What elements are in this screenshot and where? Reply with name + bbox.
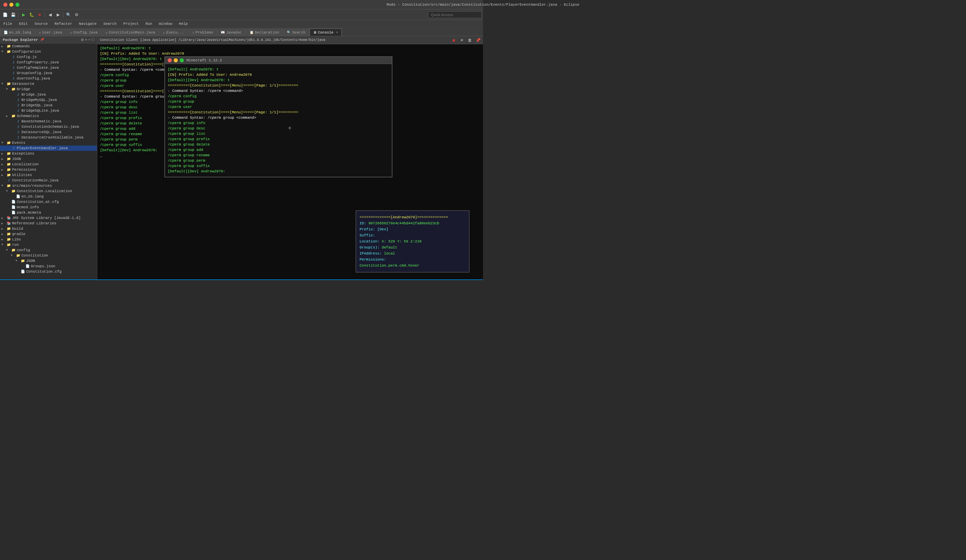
sidebar-item-gradle[interactable]: ▶ 📁 gradle <box>0 232 97 237</box>
search-button[interactable]: 🔍 <box>65 11 72 18</box>
sidebar-item-baseschematic-java[interactable]: J BaseSchematic.java <box>0 119 97 124</box>
tab-close-console[interactable]: ✕ <box>336 31 338 34</box>
sidebar-item-utilities[interactable]: ▶ 📁 Utilities <box>0 172 97 178</box>
console-clear-btn[interactable]: 🗑 <box>466 36 474 44</box>
sidebar-item-referenced-libraries[interactable]: ▶ 📚 Referenced Libraries <box>0 221 97 226</box>
tab-search[interactable]: 🔍 Search <box>283 28 309 36</box>
sidebar-collapse-icon[interactable]: ⊟ <box>82 38 84 42</box>
new-button[interactable]: 📄 <box>2 11 9 18</box>
console-close-btn[interactable]: ✕ <box>458 36 465 44</box>
window-controls[interactable] <box>3 3 20 7</box>
sidebar-item-playereventhandler-java[interactable]: J PlayerEventHandler.java <box>0 146 97 151</box>
settings-button[interactable]: ⚙ <box>73 11 80 18</box>
sidebar-item-constitution-cfg[interactable]: 📄 Constitution.cfg <box>0 269 97 274</box>
sidebar-item-datasource[interactable]: ▼ 📁 Datasource <box>0 81 97 87</box>
tab-declaration[interactable]: 📋 Declaration <box>246 28 283 36</box>
sidebar-item-events[interactable]: ▼ 📁 Events <box>0 140 97 146</box>
tab-constitution-main[interactable]: ☕ ConstitutionMain.java <box>102 28 159 36</box>
tree-label: ConfigProperty.java <box>17 60 59 64</box>
tree-icon: 📁 <box>11 114 16 118</box>
menu-navigate[interactable]: Navigate <box>76 20 100 27</box>
sidebar-item-commands[interactable]: ▶ 📁 Commands <box>0 44 97 49</box>
sidebar-item-permissions[interactable]: ▶ 📁 Permissions <box>0 167 97 172</box>
sidebar-item-configtemplate-java[interactable]: J ConfigTemplate.java <box>0 65 97 71</box>
menu-run[interactable]: Run <box>142 20 156 27</box>
tree-icon: 📁 <box>11 189 16 194</box>
menu-edit[interactable]: Edit <box>15 20 31 27</box>
menu-file[interactable]: File <box>0 20 15 27</box>
sidebar-item-datasourcecrashcallable-java[interactable]: J DatasourceCrashCallable.java <box>0 135 97 140</box>
sidebar-item-json[interactable]: ▶ 📁 JSON <box>0 156 97 162</box>
tab-console[interactable]: 🖥 Console ✕ <box>310 28 342 36</box>
tab-en-us-lang[interactable]: 📄 en_US.lang <box>0 28 35 36</box>
sidebar-item-bridge[interactable]: ▼ 📁 Bridge <box>0 87 97 92</box>
sidebar-header-actions: ⊟ ▾ — □ <box>82 38 94 42</box>
sidebar-item-run[interactable]: ▼ 📁 run <box>0 242 97 248</box>
sidebar-min-icon[interactable]: — <box>89 38 91 42</box>
maximize-button[interactable] <box>15 3 20 7</box>
tab-javadoc[interactable]: 📖 Javadoc <box>217 28 245 36</box>
sidebar-item-mcmod-info[interactable]: 📄 mcmod.info <box>0 205 97 210</box>
sidebar-item-constitution-at-cfg[interactable]: 📄 Constitution_at.cfg <box>0 199 97 205</box>
sidebar-item-exceptions[interactable]: ▶ 📁 Exceptions <box>0 151 97 156</box>
sidebar-item-schematics[interactable]: ▶ 📁 Schematics <box>0 113 97 119</box>
sidebar-item-configuration[interactable]: ▼ 📁 Configuration <box>0 49 97 54</box>
tab-execu[interactable]: ☕ Execu... <box>159 28 188 36</box>
sidebar-item-json[interactable]: ▼ 📁 JSON <box>0 258 97 264</box>
sidebar-max-icon[interactable]: □ <box>92 38 94 42</box>
tree-icon: 📄 <box>11 205 16 210</box>
sidebar-item-groups-json[interactable]: 📄 Groups.json <box>0 264 97 269</box>
menu-window[interactable]: Window <box>156 20 176 27</box>
sidebar-item-bridgesql-java[interactable]: J BridgeSQL.java <box>0 103 97 108</box>
save-button[interactable]: 💾 <box>9 11 17 18</box>
sidebar-item-bridge-java[interactable]: J Bridge.java <box>0 92 97 97</box>
minimize-button[interactable] <box>9 3 13 7</box>
menu-source[interactable]: Source <box>31 20 51 27</box>
sidebar-item-configproperty-java[interactable]: J ConfigProperty.java <box>0 60 97 65</box>
sidebar-item-datasourcesql-java[interactable]: J DatasourceSQL.java <box>0 130 97 135</box>
tab-user-java[interactable]: ☕ User.java <box>35 28 66 36</box>
tree-label: Events <box>12 141 25 145</box>
sidebar-item-src-main-resources[interactable]: ▼ 📁 src/main/resources <box>0 183 97 189</box>
sidebar-item-config-js[interactable]: J Config.js <box>0 54 97 60</box>
sidebar-item-bridgesqlite-java[interactable]: J BridgeSQLite.java <box>0 108 97 113</box>
tab-config-java[interactable]: ☕ Config.java <box>66 28 101 36</box>
back-button[interactable]: ◀ <box>46 11 54 18</box>
sidebar-item-constitution-localization[interactable]: ▼ 📁 Constitution.Localization <box>0 189 97 194</box>
sidebar-menu-icon[interactable]: ▾ <box>85 38 87 42</box>
stop-button[interactable]: ■ <box>36 11 43 18</box>
sidebar-item-constitutionschematic-java[interactable]: J ConstitutionSchematic.java <box>0 124 97 130</box>
sidebar-item-groupconfig-java[interactable]: J GroupConfig.java <box>0 71 97 76</box>
tree-arrow: ▼ <box>2 82 6 85</box>
console-stop-btn[interactable]: ■ <box>450 36 458 44</box>
run-button[interactable]: ▶ <box>20 11 27 18</box>
console-pin-btn[interactable]: 📌 <box>474 36 481 44</box>
menu-project[interactable]: Project <box>120 20 142 27</box>
tab-icon-main: ☕ <box>105 31 107 34</box>
console-line: [Default] Andrew2070: t <box>100 46 480 51</box>
sidebar-item-bridgemysql-java[interactable]: J BridgeMySQL.java <box>0 97 97 103</box>
sidebar-item-localization[interactable]: ▶ 📁 Localization <box>0 162 97 167</box>
sidebar-item-config[interactable]: ▼ 📁 config <box>0 248 97 253</box>
sidebar-item-constitution[interactable]: ▼ 📁 Constitution <box>0 253 97 258</box>
forward-button[interactable]: ▶ <box>54 11 62 18</box>
menu-help[interactable]: Help <box>176 20 191 27</box>
close-button[interactable] <box>3 3 7 7</box>
sidebar-item-constitutionmain-java[interactable]: J ConstitutionMain.java <box>0 178 97 183</box>
tab-label-en-us: en_US.lang <box>9 31 31 34</box>
tab-problems[interactable]: ⚠ Problems <box>189 28 217 36</box>
sidebar-item-userconfig-java[interactable]: J UserConfig.java <box>0 76 97 81</box>
sidebar-item-libs[interactable]: ▶ 📁 Libs <box>0 237 97 242</box>
menu-refactor[interactable]: Refactor <box>51 20 76 27</box>
sidebar-item-en-us-lang[interactable]: 📄 en_US.lang <box>0 194 97 199</box>
sidebar-item-jre-system-library--javase-1-8-[interactable]: ▶ 📚 JRE System Library [JavaSE-1.8] <box>0 215 97 221</box>
tree-icon: J <box>15 125 21 129</box>
tree-icon: J <box>15 103 21 108</box>
tree-icon: J <box>11 76 16 81</box>
debug-button[interactable]: 🐛 <box>28 11 35 18</box>
sidebar-item-build[interactable]: ▶ 📁 build <box>0 226 97 232</box>
tree-label: GroupConfig.java <box>17 71 52 75</box>
quick-access-input[interactable] <box>428 11 481 18</box>
sidebar-item-pack-mcmeta[interactable]: 📄 pack.mcmeta <box>0 210 97 215</box>
menu-search[interactable]: Search <box>100 20 120 27</box>
